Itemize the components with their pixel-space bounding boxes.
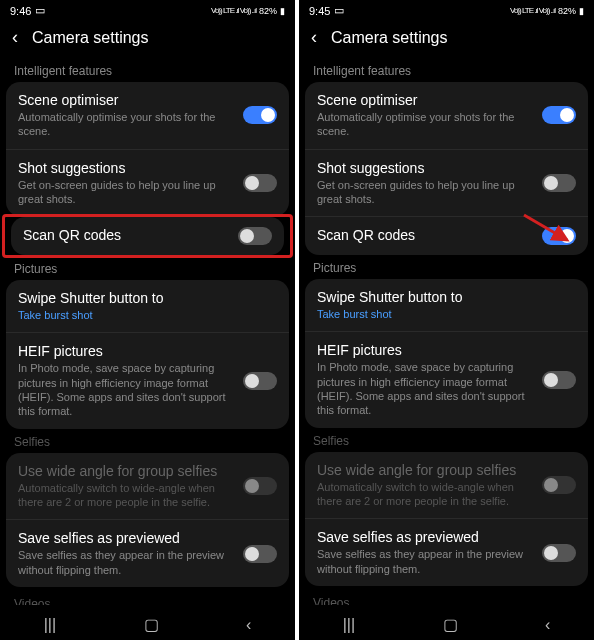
nav-home-icon[interactable]: ▢: [443, 615, 458, 634]
shot-suggestions-title: Shot suggestions: [18, 160, 233, 176]
nav-back-icon[interactable]: ‹: [246, 616, 251, 634]
qr-highlight-box: Scan QR codes: [2, 214, 293, 258]
section-intelligent-card: Scene optimiser Automatically optimise y…: [6, 82, 289, 216]
battery-icon: ▮: [579, 6, 584, 16]
heif-toggle[interactable]: [542, 371, 576, 389]
scene-optimiser-subtitle: Automatically optimise your shots for th…: [18, 110, 233, 139]
shot-suggestions-toggle[interactable]: [542, 174, 576, 192]
heif-subtitle: In Photo mode, save space by capturing p…: [317, 360, 532, 417]
wide-angle-subtitle: Automatically switch to wide-angle when …: [317, 480, 532, 509]
heif-item[interactable]: HEIF pictures In Photo mode, save space …: [6, 332, 289, 428]
notification-icon: ▭: [35, 4, 45, 17]
section-pictures-label: Pictures: [299, 255, 594, 279]
section-videos-label: Videos: [299, 590, 594, 605]
scan-qr-title: Scan QR codes: [317, 227, 532, 243]
scene-optimiser-title: Scene optimiser: [317, 92, 532, 108]
shot-suggestions-toggle[interactable]: [243, 174, 277, 192]
section-selfies-card: Use wide angle for group selfies Automat…: [6, 453, 289, 587]
save-preview-subtitle: Save selfies as they appear in the previ…: [317, 547, 532, 576]
scene-optimiser-subtitle: Automatically optimise your shots for th…: [317, 110, 532, 139]
nav-back-icon[interactable]: ‹: [545, 616, 550, 634]
nav-bar: ||| ▢ ‹: [299, 605, 594, 640]
section-pictures-card: Swipe Shutter button to Take burst shot …: [305, 279, 588, 427]
nav-recents-icon[interactable]: |||: [343, 616, 355, 634]
scene-optimiser-toggle[interactable]: [542, 106, 576, 124]
wide-angle-title: Use wide angle for group selfies: [317, 462, 532, 478]
scan-qr-item[interactable]: Scan QR codes: [11, 217, 284, 255]
shot-suggestions-item[interactable]: Shot suggestions Get on-screen guides to…: [305, 149, 588, 217]
battery-percent: 82%: [558, 6, 576, 16]
battery-percent: 82%: [259, 6, 277, 16]
signal-icons: Vo)) LTE .ıl Vo)) ..ıl: [510, 6, 555, 15]
wide-angle-item: Use wide angle for group selfies Automat…: [305, 452, 588, 519]
section-intelligent-card: Scene optimiser Automatically optimise y…: [305, 82, 588, 255]
save-preview-item[interactable]: Save selfies as previewed Save selfies a…: [6, 519, 289, 587]
section-pictures-card: Swipe Shutter button to Take burst shot …: [6, 280, 289, 428]
scan-qr-toggle[interactable]: [238, 227, 272, 245]
nav-home-icon[interactable]: ▢: [144, 615, 159, 634]
status-bar: 9:46 ▭ Vo)) LTE .ıl Vo)) ..ıl 82% ▮: [0, 0, 295, 19]
save-preview-toggle[interactable]: [542, 544, 576, 562]
wide-angle-item: Use wide angle for group selfies Automat…: [6, 453, 289, 520]
app-header: ‹ Camera settings: [299, 19, 594, 58]
shot-suggestions-subtitle: Get on-screen guides to help you line up…: [18, 178, 233, 207]
swipe-shutter-subtitle: Take burst shot: [18, 308, 277, 322]
page-title: Camera settings: [331, 29, 448, 47]
section-intelligent-label: Intelligent features: [299, 58, 594, 82]
section-pictures-label: Pictures: [0, 256, 295, 280]
swipe-shutter-title: Swipe Shutter button to: [317, 289, 576, 305]
wide-angle-toggle: [243, 477, 277, 495]
settings-scroll[interactable]: Intelligent features Scene optimiser Aut…: [0, 58, 295, 605]
heif-toggle[interactable]: [243, 372, 277, 390]
section-intelligent-label: Intelligent features: [0, 58, 295, 82]
save-preview-item[interactable]: Save selfies as previewed Save selfies a…: [305, 518, 588, 586]
scan-qr-toggle[interactable]: [542, 227, 576, 245]
status-time: 9:46: [10, 5, 31, 17]
nav-recents-icon[interactable]: |||: [44, 616, 56, 634]
wide-angle-subtitle: Automatically switch to wide-angle when …: [18, 481, 233, 510]
scan-qr-title: Scan QR codes: [23, 227, 228, 243]
swipe-shutter-item[interactable]: Swipe Shutter button to Take burst shot: [305, 279, 588, 331]
signal-icons: Vo)) LTE .ıl Vo)) ..ıl: [211, 6, 256, 15]
swipe-shutter-subtitle: Take burst shot: [317, 307, 576, 321]
shot-suggestions-title: Shot suggestions: [317, 160, 532, 176]
swipe-shutter-title: Swipe Shutter button to: [18, 290, 277, 306]
section-videos-label: Videos: [0, 591, 295, 605]
heif-item[interactable]: HEIF pictures In Photo mode, save space …: [305, 331, 588, 427]
save-preview-title: Save selfies as previewed: [18, 530, 233, 546]
heif-title: HEIF pictures: [317, 342, 532, 358]
save-preview-title: Save selfies as previewed: [317, 529, 532, 545]
scene-optimiser-item[interactable]: Scene optimiser Automatically optimise y…: [6, 82, 289, 149]
status-bar: 9:45 ▭ Vo)) LTE .ıl Vo)) ..ıl 82% ▮: [299, 0, 594, 19]
scene-optimiser-toggle[interactable]: [243, 106, 277, 124]
page-title: Camera settings: [32, 29, 149, 47]
shot-suggestions-subtitle: Get on-screen guides to help you line up…: [317, 178, 532, 207]
back-icon[interactable]: ‹: [12, 27, 18, 48]
swipe-shutter-item[interactable]: Swipe Shutter button to Take burst shot: [6, 280, 289, 332]
back-icon[interactable]: ‹: [311, 27, 317, 48]
section-selfies-label: Selfies: [0, 429, 295, 453]
section-selfies-card: Use wide angle for group selfies Automat…: [305, 452, 588, 586]
save-preview-toggle[interactable]: [243, 545, 277, 563]
phone-right: 9:45 ▭ Vo)) LTE .ıl Vo)) ..ıl 82% ▮ ‹ Ca…: [299, 0, 594, 640]
shot-suggestions-item[interactable]: Shot suggestions Get on-screen guides to…: [6, 149, 289, 217]
wide-angle-title: Use wide angle for group selfies: [18, 463, 233, 479]
scan-qr-item[interactable]: Scan QR codes: [305, 216, 588, 255]
scene-optimiser-title: Scene optimiser: [18, 92, 233, 108]
nav-bar: ||| ▢ ‹: [0, 605, 295, 640]
save-preview-subtitle: Save selfies as they appear in the previ…: [18, 548, 233, 577]
settings-scroll[interactable]: Intelligent features Scene optimiser Aut…: [299, 58, 594, 605]
heif-title: HEIF pictures: [18, 343, 233, 359]
battery-icon: ▮: [280, 6, 285, 16]
status-time: 9:45: [309, 5, 330, 17]
wide-angle-toggle: [542, 476, 576, 494]
scene-optimiser-item[interactable]: Scene optimiser Automatically optimise y…: [305, 82, 588, 149]
heif-subtitle: In Photo mode, save space by capturing p…: [18, 361, 233, 418]
notification-icon: ▭: [334, 4, 344, 17]
phone-left: 9:46 ▭ Vo)) LTE .ıl Vo)) ..ıl 82% ▮ ‹ Ca…: [0, 0, 295, 640]
section-selfies-label: Selfies: [299, 428, 594, 452]
app-header: ‹ Camera settings: [0, 19, 295, 58]
